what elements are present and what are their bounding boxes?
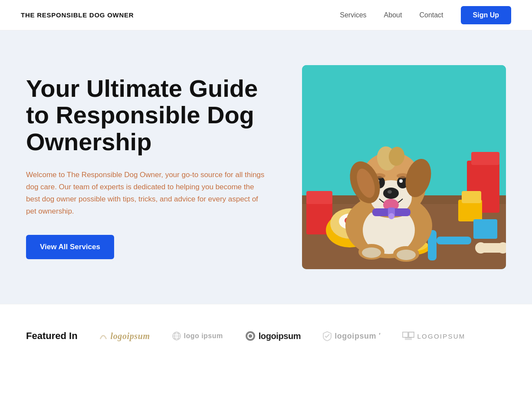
svg-point-36 [399,179,403,183]
svg-marker-56 [409,332,414,337]
svg-rect-55 [403,332,408,337]
view-services-button[interactable]: View All Services [26,235,114,259]
featured-logo-2: logo ipsum [172,331,223,341]
signup-button[interactable]: Sign Up [461,6,511,24]
svg-rect-12 [437,237,471,244]
svg-point-19 [475,242,486,254]
svg-point-54 [249,334,252,338]
svg-rect-4 [306,191,332,204]
svg-rect-16 [462,191,481,203]
logo1-icon [99,331,108,341]
featured-logo-3: logoipsum [245,330,301,342]
svg-rect-14 [471,152,499,165]
hero-description: Welcome to The Responsible Dog Owner, yo… [26,169,269,217]
svg-point-25 [362,247,381,258]
main-nav: Services About Contact Sign Up [340,6,511,24]
svg-point-26 [397,250,416,260]
featured-section: Featured In logoipsum logo ipsum [0,304,532,368]
svg-point-31 [388,190,392,194]
site-logo: THE RESPONSIBLE DOG OWNER [21,11,134,19]
nav-contact[interactable]: Contact [419,11,443,19]
hero-section: Your Ultimate Guide to Responsible Dog O… [0,30,532,304]
featured-logo-1: logoipsum [99,331,150,341]
logo4-icon [322,331,332,341]
logo5-icon [402,332,414,340]
logos-row: logoipsum logo ipsum logoipsum [99,330,466,342]
featured-logo-4: logoipsum ′ [322,331,381,341]
featured-logo-5: LOGOIPSUM [402,332,465,340]
hero-title: Your Ultimate Guide to Responsible Dog O… [26,75,269,155]
hero-text-block: Your Ultimate Guide to Responsible Dog O… [26,75,269,260]
logo3-icon [245,330,256,342]
header: THE RESPONSIBLE DOG OWNER Services About… [0,0,532,30]
dog-scene-svg [302,65,506,269]
hero-image [302,65,506,269]
nav-services[interactable]: Services [340,11,366,19]
svg-point-46 [388,213,394,219]
logo2-icon [172,331,181,341]
svg-rect-17 [473,219,497,239]
featured-label: Featured In [26,330,78,342]
nav-about[interactable]: About [384,11,402,19]
